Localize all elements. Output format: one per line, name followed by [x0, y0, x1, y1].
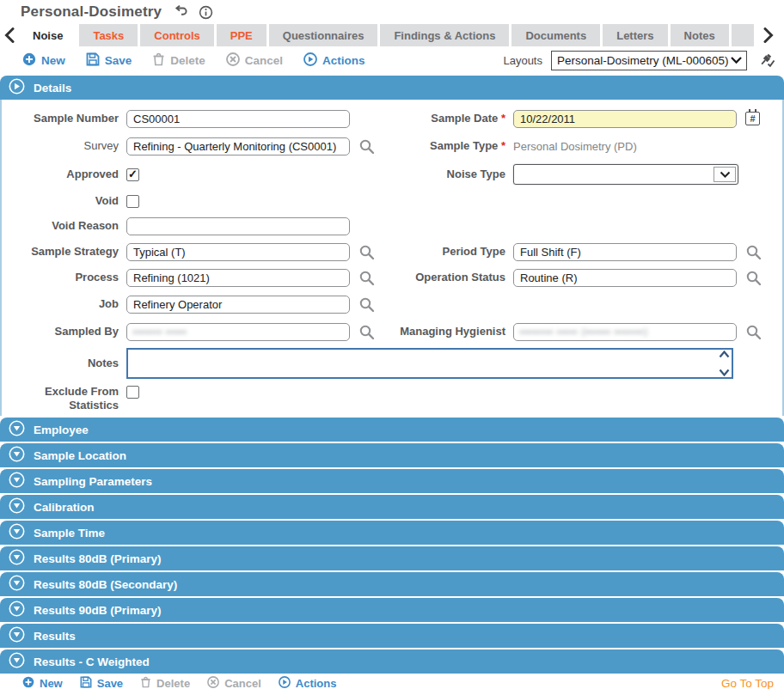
pin-layout-button[interactable] — [759, 52, 775, 68]
delete-button[interactable]: Delete — [152, 52, 205, 69]
tab-letters[interactable]: Letters — [603, 24, 667, 46]
job-lookup-button[interactable] — [358, 296, 375, 313]
void-reason-input[interactable] — [126, 217, 350, 235]
new-button[interactable]: New — [22, 52, 65, 69]
tab-controls[interactable]: Controls — [140, 24, 213, 46]
new-button[interactable]: New — [22, 676, 63, 689]
cancel-circle-icon — [207, 676, 219, 689]
operation-status-input[interactable] — [513, 269, 737, 287]
plus-circle-icon — [22, 52, 36, 69]
page-header: Personal-Dosimetry — [0, 0, 784, 24]
search-icon — [358, 324, 375, 340]
expand-circle-down-icon — [9, 446, 25, 466]
expand-circle-down-icon — [9, 549, 25, 569]
tab-notes[interactable]: Notes — [671, 24, 729, 46]
survey-lookup-button[interactable] — [358, 138, 375, 155]
undo-icon[interactable] — [172, 5, 188, 19]
chevron-down-icon — [730, 52, 743, 68]
tab-overflow[interactable] — [732, 24, 754, 46]
process-label: Process — [2, 271, 119, 284]
period-type-input[interactable] — [513, 243, 737, 261]
top-toolbar: New Save Delete Cancel Actions Layouts P… — [0, 46, 784, 74]
sample-number-label: Sample Number — [2, 112, 119, 125]
section-employee[interactable]: Employee — [0, 418, 784, 442]
process-lookup-button[interactable] — [358, 270, 375, 286]
layouts-select[interactable]: Personal-Dosimetry (ML-000605) — [551, 51, 747, 70]
sampled-by-lookup-button[interactable] — [358, 324, 375, 340]
tab-findings-actions[interactable]: Findings & Actions — [380, 24, 509, 46]
job-input[interactable] — [126, 296, 350, 314]
tab-tasks[interactable]: Tasks — [79, 24, 138, 46]
tab-scroll-left-icon[interactable] — [0, 24, 19, 46]
search-icon — [358, 138, 375, 155]
redacted-value: ▪▪▪▪▪▪▪▪ ▪▪▪▪▪ (▪▪▪▪▪▪ ▪▪▪▪▪▪▪) — [520, 326, 648, 337]
sample-number-input[interactable] — [126, 110, 350, 128]
section-results[interactable]: Results — [0, 624, 784, 648]
cancel-button[interactable]: Cancel — [226, 52, 283, 69]
bottom-toolbar: New Save Delete Cancel Actions Go To Top — [0, 674, 784, 689]
search-icon — [745, 244, 762, 260]
section-sampling-parameters[interactable]: Sampling Parameters — [0, 469, 784, 493]
search-icon — [745, 324, 762, 340]
notes-textarea[interactable] — [128, 350, 716, 377]
survey-input[interactable] — [126, 137, 350, 155]
search-icon — [745, 270, 762, 286]
info-icon[interactable] — [199, 5, 213, 20]
section-details-header[interactable]: Details — [0, 76, 784, 100]
approved-label: Approved — [2, 168, 119, 181]
cancel-circle-icon — [226, 52, 240, 69]
tab-noise[interactable]: Noise — [19, 24, 77, 46]
sample-strategy-input[interactable] — [126, 243, 350, 261]
actions-button[interactable]: Actions — [279, 676, 337, 689]
tab-strip: Noise Tasks Controls PPE Questionnaires … — [19, 24, 754, 46]
scroll-down-icon[interactable] — [719, 369, 730, 376]
play-circle-icon — [279, 676, 291, 689]
calendar-icon[interactable]: # — [745, 112, 760, 125]
delete-button[interactable]: Delete — [140, 676, 190, 689]
go-to-top-link[interactable]: Go To Top — [721, 677, 774, 689]
section-calibration[interactable]: Calibration — [0, 495, 784, 519]
managing-hygienist-input[interactable]: ▪▪▪▪▪▪▪▪ ▪▪▪▪▪ (▪▪▪▪▪▪ ▪▪▪▪▪▪▪) — [513, 323, 737, 341]
sample-type-label: Sample Type * — [390, 139, 505, 153]
process-input[interactable] — [126, 269, 350, 287]
noise-type-select[interactable] — [513, 164, 738, 185]
actions-button[interactable]: Actions — [303, 52, 365, 69]
search-icon — [358, 270, 375, 286]
period-type-lookup-button[interactable] — [745, 244, 762, 260]
section-sample-location[interactable]: Sample Location — [0, 443, 784, 467]
void-reason-label: Void Reason — [2, 219, 119, 233]
tab-documents[interactable]: Documents — [511, 24, 600, 46]
sample-date-input[interactable] — [513, 110, 737, 128]
section-results-90db-primary[interactable]: Results 90dB (Primary) — [0, 598, 784, 622]
save-button[interactable]: Save — [86, 52, 132, 69]
operation-status-lookup-button[interactable] — [745, 270, 762, 286]
approved-checkbox[interactable] — [126, 168, 139, 181]
scroll-up-icon[interactable] — [719, 351, 730, 358]
sampled-by-input[interactable]: ▪▪▪▪▪▪▪ ▪▪▪▪▪ — [126, 323, 350, 341]
expand-circle-down-icon — [9, 575, 25, 594]
tab-scroll-right-icon[interactable] — [759, 24, 778, 46]
section-results-80db-secondary[interactable]: Results 80dB (Secondary) — [0, 572, 784, 596]
trash-icon — [140, 676, 151, 689]
section-results-80db-primary[interactable]: Results 80dB (Primary) — [0, 546, 784, 570]
survey-label: Survey — [2, 139, 119, 153]
tab-ppe[interactable]: PPE — [217, 24, 266, 46]
sample-type-value: Personal Dosimetry (PD) — [513, 140, 637, 153]
cancel-button[interactable]: Cancel — [207, 676, 261, 689]
notes-label: Notes — [2, 357, 119, 370]
sample-date-label: Sample Date * — [390, 112, 505, 125]
search-icon — [358, 244, 375, 260]
sample-strategy-lookup-button[interactable] — [358, 244, 375, 260]
tab-questionnaires[interactable]: Questionnaires — [269, 24, 378, 46]
void-checkbox[interactable] — [126, 195, 139, 208]
expand-circle-down-icon — [9, 523, 25, 543]
section-results-c-weighted[interactable]: Results - C Weighted — [0, 649, 784, 674]
plus-circle-icon — [22, 676, 34, 689]
exclude-from-statistics-checkbox[interactable] — [126, 386, 139, 399]
save-button[interactable]: Save — [80, 676, 123, 689]
expand-circle-down-icon — [9, 652, 25, 672]
layouts-label: Layouts — [503, 54, 542, 67]
notes-scrollbar — [716, 350, 732, 377]
section-sample-time[interactable]: Sample Time — [0, 521, 784, 545]
managing-hygienist-lookup-button[interactable] — [745, 324, 762, 340]
